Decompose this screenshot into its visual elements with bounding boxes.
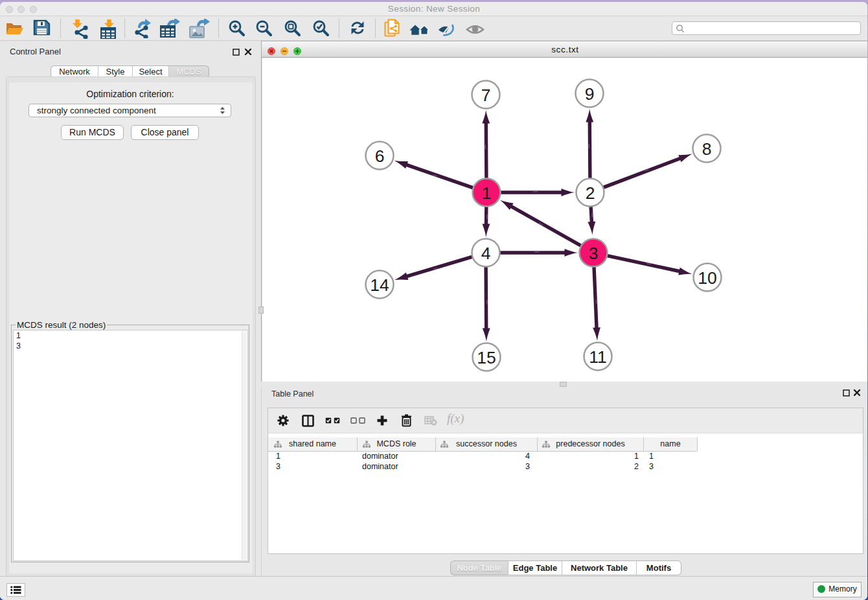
svg-text:4: 4 bbox=[481, 244, 491, 263]
svg-text:9: 9 bbox=[585, 84, 595, 104]
svg-text:2: 2 bbox=[586, 183, 595, 203]
svg-text:7: 7 bbox=[481, 86, 491, 105]
svg-text:6: 6 bbox=[375, 146, 385, 166]
svg-text:1: 1 bbox=[482, 183, 492, 203]
svg-text:15: 15 bbox=[477, 348, 496, 367]
svg-text:3: 3 bbox=[589, 244, 599, 263]
svg-text:8: 8 bbox=[702, 139, 712, 159]
svg-text:14: 14 bbox=[370, 275, 389, 295]
svg-text:10: 10 bbox=[698, 268, 716, 288]
svg-text:11: 11 bbox=[589, 347, 607, 367]
